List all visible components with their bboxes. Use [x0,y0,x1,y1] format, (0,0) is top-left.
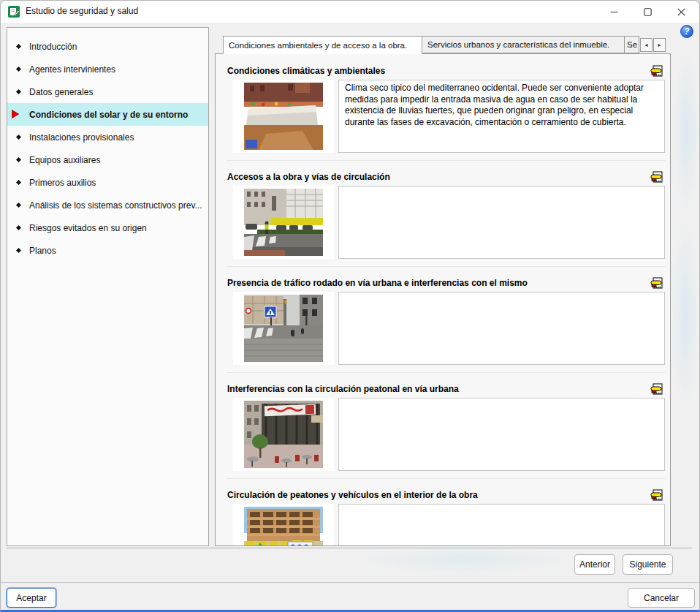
minimize-button[interactable] [597,1,631,23]
sidebar-item-label: Riesgos evitados en su origen [29,223,147,233]
bullet-icon [16,157,21,162]
section-condiciones-climaticas: Condiciones climáticas y ambientales [227,64,665,153]
close-button[interactable] [664,1,698,23]
watermark-decoration [672,220,699,410]
separator-line [7,548,692,548]
help-icon[interactable]: ? [680,25,693,38]
sidebar-item-label: Instalaciones provisionales [29,132,134,143]
app-icon [8,6,20,18]
bullet-icon [16,248,21,253]
bullet-icon [16,67,21,72]
section-text-input[interactable] [338,504,665,546]
section-title: Interferencias con la circulación peaton… [227,384,649,394]
tab-truncated[interactable]: Se [625,36,639,53]
tab-scroll-right-icon[interactable]: ▸ [653,38,666,52]
section-trafico-rodado: Presencia de tráfico rodado en vía urban… [227,266,665,365]
maximize-button[interactable] [631,1,664,23]
bullet-icon [16,203,21,208]
section-text-input[interactable] [338,292,665,365]
sidebar-item-label: Análisis de los sistemas constructivos p… [29,200,202,211]
section-accesos-obra: Accesos a la obra y vías de circulación [227,160,665,259]
anterior-button[interactable]: Anterior [574,554,615,575]
sidebar-item-planos[interactable]: Planos [7,239,208,262]
aceptar-button[interactable]: Aceptar [7,588,56,608]
bullet-icon [16,135,21,140]
edit-text-marker-icon[interactable] [649,170,665,184]
tab-scroll-left-icon[interactable]: ◂ [640,38,653,52]
sidebar-item-label: Datos generales [29,87,93,97]
edit-text-marker-icon[interactable] [649,64,665,78]
section-title: Condiciones climáticas y ambientales [227,66,649,76]
photo-site-interior [233,504,334,546]
sidebar-item-introduccion[interactable]: Introducción [7,35,208,58]
section-title: Circulación de peatones y vehículos en e… [227,490,649,500]
tab-content: Condiciones climáticas y ambientales [215,53,671,546]
watermark-decoration [673,52,699,213]
edit-text-marker-icon[interactable] [649,276,665,290]
section-text-input[interactable] [338,398,665,471]
dialog-window: Estudio de seguridad y salud ? Introducc… [0,0,700,612]
section-text-input[interactable]: Clima seco tipico del mediterraneo ocide… [338,80,665,153]
sidebar-item-label: Equipos auxiliares [29,155,100,165]
cancelar-button[interactable]: Cancelar [628,588,695,608]
sidebar-item-condiciones-solar[interactable]: Condiciones del solar y de su entorno [7,103,208,126]
titlebar: Estudio de seguridad y salud [1,1,699,23]
bullet-icon [16,89,21,94]
sidebar-item-label: Agentes intervinientes [29,64,115,75]
sidebar-item-equipos[interactable]: Equipos auxiliares [7,148,208,171]
photo-urban-street [233,292,334,365]
current-item-arrow-icon [12,110,19,118]
tab-servicios-urbanos[interactable]: Servicios urbanos y características del … [422,36,625,53]
bullet-icon [16,180,21,185]
sidebar-item-riesgos[interactable]: Riesgos evitados en su origen [7,216,208,239]
main-panel: Condiciones ambientales y de acceso a la… [215,35,671,546]
section-circulacion-interior: Circulación de peatones y vehículos en e… [227,478,665,546]
photo-scaffolding-cafe [233,398,334,471]
sidebar-item-label: Primeros auxilios [29,178,96,188]
bullet-icon [16,225,21,230]
edit-text-marker-icon[interactable] [649,488,665,502]
edit-text-marker-icon[interactable] [649,382,665,396]
tab-condiciones-ambientales[interactable]: Condiciones ambientales y de acceso a la… [223,36,422,54]
section-title: Accesos a la obra y vías de circulación [227,172,649,182]
sidebar-item-analisis-sistemas[interactable]: Análisis de los sistemas constructivos p… [7,194,208,216]
section-text-input[interactable] [338,186,665,259]
sidebar-item-agentes[interactable]: Agentes intervinientes [7,58,208,80]
window-title: Estudio de seguridad y salud [26,6,138,16]
separator-line [1,582,699,583]
photo-excavation-tarp [233,80,334,153]
tab-bar: Condiciones ambientales y de acceso a la… [215,35,671,53]
sidebar-item-datos-generales[interactable]: Datos generales [7,80,208,103]
watermark-decoration [359,545,571,574]
sidebar-item-instalaciones[interactable]: Instalaciones provisionales [7,126,208,148]
photo-street-access [233,186,334,259]
sidebar-item-label: Condiciones del solar y de su entorno [29,110,188,120]
sidebar-item-primeros-auxilios[interactable]: Primeros auxilios [7,171,208,194]
sidebar-item-label: Introducción [29,42,77,52]
chapter-sidebar: Introducción Agentes intervinientes Dato… [7,27,209,546]
siguiente-button[interactable]: Siguiente [623,554,673,575]
sidebar-item-label: Planos [29,246,56,256]
bullet-icon [16,44,21,49]
section-title: Presencia de tráfico rodado en vía urban… [227,278,649,288]
section-interferencias-peatonal: Interferencias con la circulación peaton… [227,372,665,471]
